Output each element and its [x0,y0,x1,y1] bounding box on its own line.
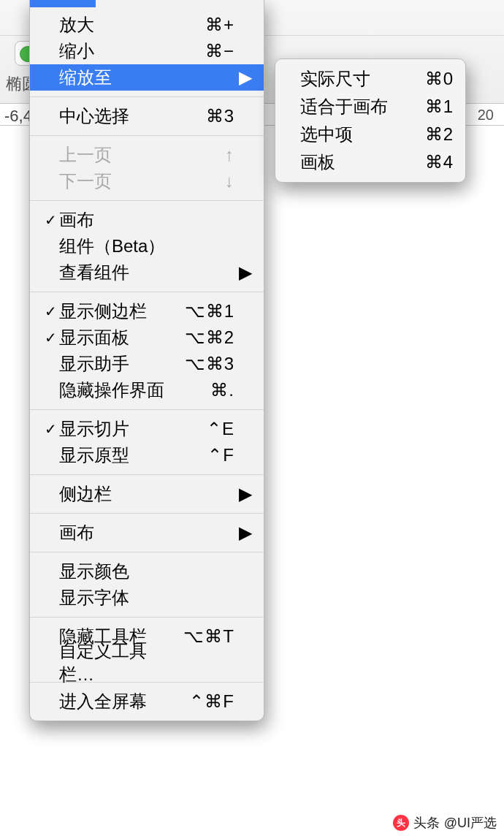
menu-separator [30,474,264,475]
menu-item-label: 侧边栏 [59,482,169,506]
menu-item[interactable]: 缩放至▶ [30,64,264,91]
menu-item-shortcut: ⌘3 [169,106,234,126]
menu-item[interactable]: 放大⌘+ [30,12,264,38]
submenu-arrow-icon: ▶ [234,262,252,283]
submenu-arrow-icon: ▶ [234,484,252,504]
submenu-item-shortcut: ⌘2 [407,124,454,145]
menu-item-shortcut: ⌥⌘T [169,626,234,647]
menu-item[interactable]: ✓画布 [30,207,264,233]
ruler-number: 20 [478,107,494,123]
menu-item[interactable]: ✓显示切片⌃E [30,416,264,442]
watermark: 头 头条 @UI严选 [393,814,497,832]
toutiao-logo-icon: 头 [393,815,409,831]
menu-separator [30,552,264,552]
menu-separator [30,96,264,97]
watermark-account: @UI严选 [444,814,497,832]
menu-item-shortcut: ⌥⌘3 [169,354,234,374]
menu-item-shortcut: ⌃⌘F [169,691,234,712]
submenu-item[interactable]: 适合于画布⌘1 [275,93,465,121]
menu-item[interactable]: 显示字体 [30,585,264,611]
menu-item-label: 画布 [59,521,169,544]
menu-item-label: 画布 [59,208,169,232]
menu-item[interactable]: 显示颜色 [30,558,264,585]
menu-item[interactable]: 中心选择⌘3 [30,103,264,129]
menu-separator [30,292,264,292]
menu-separator [30,409,264,410]
submenu-item-shortcut: ⌘0 [407,69,454,89]
menu-separator [30,513,264,514]
checkmark-icon: ✓ [42,303,59,320]
submenu-item[interactable]: 画板⌘4 [275,148,465,176]
menu-item-shortcut: ↑ [169,145,234,165]
submenu-item-label: 选中项 [300,123,407,146]
menu-item[interactable]: 查看组件▶ [30,259,264,286]
menu-item-label: 放大 [59,13,169,37]
menu-item[interactable]: 隐藏操作界面⌘. [30,377,264,403]
menu-item-shortcut: ↓ [169,171,234,191]
submenu-item-shortcut: ⌘1 [407,96,454,117]
menu-top-highlight [30,0,96,7]
menu-item[interactable]: 显示助手⌥⌘3 [30,351,264,377]
menu-item-label: 缩小 [59,39,169,63]
submenu-item[interactable]: 选中项⌘2 [275,121,465,148]
menu-item-shortcut: ⌃E [169,419,234,439]
ruler-coord: -6,4 [4,107,32,126]
menu-item-shortcut: ⌥⌘1 [169,301,234,322]
menu-item[interactable]: 缩小⌘− [30,38,264,64]
menu-item-label: 下一页 [59,170,169,193]
menu-item-label: 隐藏操作界面 [59,379,169,402]
menu-item-label: 显示面板 [59,326,169,349]
submenu-item-label: 实际尺寸 [300,67,407,91]
view-menu: 放大⌘+缩小⌘−缩放至▶中心选择⌘3上一页↑下一页↓✓画布组件（Beta）查看组… [29,0,264,721]
menu-item: 下一页↓ [30,168,264,194]
menu-item-label: 查看组件 [59,261,169,284]
menu-item-label: 显示字体 [59,586,169,609]
menu-item[interactable]: 侧边栏▶ [30,481,264,507]
menu-item-label: 中心选择 [59,104,169,128]
menu-item-label: 组件（Beta） [59,235,169,258]
submenu-arrow-icon: ▶ [234,522,252,543]
menu-item[interactable]: ✓显示面板⌥⌘2 [30,324,264,351]
menu-item[interactable]: 画布▶ [30,520,264,546]
menu-item-label: 显示颜色 [59,560,169,583]
menu-item-label: 显示原型 [59,444,169,467]
menu-item[interactable]: 显示原型⌃F [30,442,264,468]
checkmark-icon: ✓ [42,211,59,229]
menu-item-label: 上一页 [59,143,169,167]
menu-item[interactable]: 组件（Beta） [30,233,264,259]
menu-separator [30,135,264,136]
submenu-arrow-icon: ▶ [234,67,252,88]
menu-item-label: 自定义工具栏… [59,639,169,686]
menu-item-label: 缩放至 [59,66,169,89]
zoom-to-submenu: 实际尺寸⌘0适合于画布⌘1选中项⌘2画板⌘4 [275,58,466,183]
menu-item-shortcut: ⌥⌘2 [169,327,234,348]
menu-item[interactable]: 自定义工具栏… [30,650,264,676]
menu-item[interactable]: ✓显示侧边栏⌥⌘1 [30,298,264,324]
checkmark-icon: ✓ [42,420,59,438]
menu-item[interactable]: 进入全屏幕⌃⌘F [30,688,264,715]
menu-item-label: 显示侧边栏 [59,300,169,323]
menu-separator [30,617,264,618]
menu-item-shortcut: ⌘+ [169,15,234,35]
menu-item-shortcut: ⌃F [169,445,234,466]
menu-item-label: 显示助手 [59,352,169,376]
checkmark-icon: ✓ [42,329,59,346]
submenu-item[interactable]: 实际尺寸⌘0 [275,65,465,93]
submenu-item-label: 画板 [300,151,407,174]
submenu-item-shortcut: ⌘4 [407,152,454,172]
menu-item-label: 显示切片 [59,417,169,441]
menu-item-shortcut: ⌘. [169,380,234,400]
menu-item: 上一页↑ [30,142,264,168]
menu-item-label: 进入全屏幕 [59,690,169,713]
menu-item-shortcut: ⌘− [169,41,234,61]
menu-separator [30,200,264,201]
watermark-prefix: 头条 [413,814,440,832]
submenu-item-label: 适合于画布 [300,95,407,118]
